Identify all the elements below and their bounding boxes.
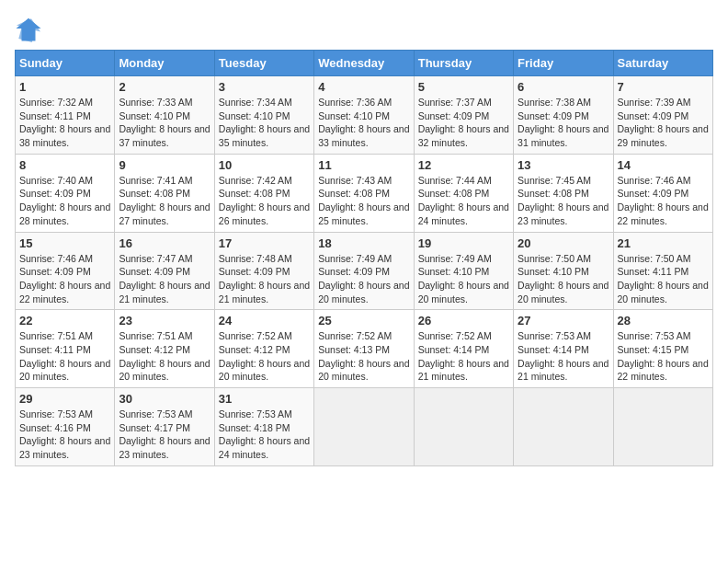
day-number: 10: [219, 158, 310, 172]
calendar-cell: [414, 388, 513, 466]
calendar-header-tuesday: Tuesday: [214, 51, 313, 76]
calendar-cell: 19 Sunrise: 7:49 AMSunset: 4:10 PMDaylig…: [414, 232, 513, 310]
calendar-body: 1 Sunrise: 7:32 AMSunset: 4:11 PMDayligh…: [16, 76, 713, 466]
calendar-cell: 11 Sunrise: 7:43 AMSunset: 4:08 PMDaylig…: [314, 154, 414, 232]
calendar-header-sunday: Sunday: [16, 51, 115, 76]
calendar-cell: 30 Sunrise: 7:53 AMSunset: 4:17 PMDaylig…: [115, 388, 214, 466]
day-info: Sunrise: 7:51 AMSunset: 4:11 PMDaylight:…: [19, 330, 110, 382]
day-number: 22: [19, 314, 110, 327]
day-info: Sunrise: 7:53 AMSunset: 4:14 PMDaylight:…: [518, 330, 609, 382]
calendar-cell: 23 Sunrise: 7:51 AMSunset: 4:12 PMDaylig…: [115, 310, 214, 388]
calendar-week-row: 22 Sunrise: 7:51 AMSunset: 4:11 PMDaylig…: [16, 310, 713, 388]
day-info: Sunrise: 7:41 AMSunset: 4:08 PMDaylight:…: [119, 175, 210, 226]
day-number: 11: [318, 158, 409, 172]
day-info: Sunrise: 7:42 AMSunset: 4:08 PMDaylight:…: [219, 175, 310, 226]
day-info: Sunrise: 7:37 AMSunset: 4:09 PMDaylight:…: [418, 97, 509, 148]
day-info: Sunrise: 7:36 AMSunset: 4:10 PMDaylight:…: [318, 97, 409, 148]
calendar-cell: 13 Sunrise: 7:45 AMSunset: 4:08 PMDaylig…: [514, 154, 613, 232]
day-info: Sunrise: 7:38 AMSunset: 4:09 PMDaylight:…: [518, 97, 609, 148]
day-info: Sunrise: 7:52 AMSunset: 4:14 PMDaylight:…: [418, 330, 509, 382]
day-number: 14: [618, 158, 709, 172]
calendar-table: SundayMondayTuesdayWednesdayThursdayFrid…: [15, 50, 713, 466]
calendar-header-wednesday: Wednesday: [314, 51, 414, 76]
calendar-week-row: 1 Sunrise: 7:32 AMSunset: 4:11 PMDayligh…: [16, 76, 713, 155]
day-info: Sunrise: 7:45 AMSunset: 4:08 PMDaylight:…: [518, 175, 609, 226]
calendar-header-friday: Friday: [514, 51, 613, 76]
day-info: Sunrise: 7:49 AMSunset: 4:10 PMDaylight:…: [418, 253, 509, 304]
calendar-cell: 15 Sunrise: 7:46 AMSunset: 4:09 PMDaylig…: [16, 232, 115, 310]
page-header: [15, 15, 713, 42]
day-number: 25: [318, 314, 409, 327]
day-number: 27: [518, 314, 609, 327]
calendar-cell: 21 Sunrise: 7:50 AMSunset: 4:11 PMDaylig…: [613, 232, 712, 310]
day-info: Sunrise: 7:46 AMSunset: 4:09 PMDaylight:…: [618, 175, 709, 226]
calendar-cell: 27 Sunrise: 7:53 AMSunset: 4:14 PMDaylig…: [514, 310, 613, 388]
day-number: 9: [119, 158, 210, 172]
day-number: 16: [119, 236, 210, 250]
logo: [15, 15, 46, 42]
calendar-cell: 12 Sunrise: 7:44 AMSunset: 4:08 PMDaylig…: [414, 154, 513, 232]
day-number: 3: [219, 80, 310, 94]
logo-icon: [15, 15, 42, 42]
day-number: 23: [119, 314, 210, 327]
calendar-cell: 17 Sunrise: 7:48 AMSunset: 4:09 PMDaylig…: [214, 232, 313, 310]
day-number: 20: [518, 236, 609, 250]
day-number: 1: [19, 80, 110, 94]
calendar-cell: 31 Sunrise: 7:53 AMSunset: 4:18 PMDaylig…: [214, 388, 313, 466]
day-info: Sunrise: 7:39 AMSunset: 4:09 PMDaylight:…: [618, 97, 709, 148]
day-info: Sunrise: 7:49 AMSunset: 4:09 PMDaylight:…: [318, 253, 409, 304]
calendar-cell: 26 Sunrise: 7:52 AMSunset: 4:14 PMDaylig…: [414, 310, 513, 388]
calendar-header-monday: Monday: [115, 51, 214, 76]
calendar-cell: 3 Sunrise: 7:34 AMSunset: 4:10 PMDayligh…: [214, 76, 313, 155]
calendar-cell: 10 Sunrise: 7:42 AMSunset: 4:08 PMDaylig…: [214, 154, 313, 232]
day-number: 28: [618, 314, 709, 327]
day-info: Sunrise: 7:52 AMSunset: 4:12 PMDaylight:…: [219, 330, 310, 382]
calendar-cell: 16 Sunrise: 7:47 AMSunset: 4:09 PMDaylig…: [115, 232, 214, 310]
day-number: 13: [518, 158, 609, 172]
day-info: Sunrise: 7:32 AMSunset: 4:11 PMDaylight:…: [19, 97, 110, 148]
day-number: 17: [219, 236, 310, 250]
calendar-cell: 20 Sunrise: 7:50 AMSunset: 4:10 PMDaylig…: [514, 232, 613, 310]
calendar-week-row: 29 Sunrise: 7:53 AMSunset: 4:16 PMDaylig…: [16, 388, 713, 466]
calendar-cell: 6 Sunrise: 7:38 AMSunset: 4:09 PMDayligh…: [514, 76, 613, 155]
day-info: Sunrise: 7:53 AMSunset: 4:17 PMDaylight:…: [119, 408, 210, 460]
day-number: 7: [618, 80, 709, 94]
day-number: 12: [418, 158, 509, 172]
calendar-cell: [314, 388, 414, 466]
day-number: 2: [119, 80, 210, 94]
day-info: Sunrise: 7:34 AMSunset: 4:10 PMDaylight:…: [219, 97, 310, 148]
day-info: Sunrise: 7:40 AMSunset: 4:09 PMDaylight:…: [19, 175, 110, 226]
calendar-cell: 28 Sunrise: 7:53 AMSunset: 4:15 PMDaylig…: [613, 310, 712, 388]
calendar-cell: 4 Sunrise: 7:36 AMSunset: 4:10 PMDayligh…: [314, 76, 414, 155]
day-number: 6: [518, 80, 609, 94]
day-number: 31: [219, 392, 310, 406]
calendar-cell: 24 Sunrise: 7:52 AMSunset: 4:12 PMDaylig…: [214, 310, 313, 388]
day-info: Sunrise: 7:50 AMSunset: 4:10 PMDaylight:…: [518, 253, 609, 304]
day-number: 24: [219, 314, 310, 327]
day-info: Sunrise: 7:44 AMSunset: 4:08 PMDaylight:…: [418, 175, 509, 226]
calendar-cell: 1 Sunrise: 7:32 AMSunset: 4:11 PMDayligh…: [16, 76, 115, 155]
day-info: Sunrise: 7:50 AMSunset: 4:11 PMDaylight:…: [618, 253, 709, 304]
day-info: Sunrise: 7:46 AMSunset: 4:09 PMDaylight:…: [19, 253, 110, 304]
day-number: 26: [418, 314, 509, 327]
day-info: Sunrise: 7:33 AMSunset: 4:10 PMDaylight:…: [119, 97, 210, 148]
calendar-cell: 8 Sunrise: 7:40 AMSunset: 4:09 PMDayligh…: [16, 154, 115, 232]
calendar-cell: 5 Sunrise: 7:37 AMSunset: 4:09 PMDayligh…: [414, 76, 513, 155]
day-number: 29: [19, 392, 110, 406]
calendar-week-row: 15 Sunrise: 7:46 AMSunset: 4:09 PMDaylig…: [16, 232, 713, 310]
day-info: Sunrise: 7:52 AMSunset: 4:13 PMDaylight:…: [318, 330, 409, 382]
calendar-cell: 2 Sunrise: 7:33 AMSunset: 4:10 PMDayligh…: [115, 76, 214, 155]
calendar-cell: 25 Sunrise: 7:52 AMSunset: 4:13 PMDaylig…: [314, 310, 414, 388]
day-number: 21: [618, 236, 709, 250]
calendar-header-row: SundayMondayTuesdayWednesdayThursdayFrid…: [16, 51, 713, 76]
day-number: 4: [318, 80, 409, 94]
calendar-week-row: 8 Sunrise: 7:40 AMSunset: 4:09 PMDayligh…: [16, 154, 713, 232]
day-number: 15: [19, 236, 110, 250]
day-number: 5: [418, 80, 509, 94]
day-number: 30: [119, 392, 210, 406]
day-info: Sunrise: 7:53 AMSunset: 4:15 PMDaylight:…: [618, 330, 709, 382]
day-info: Sunrise: 7:47 AMSunset: 4:09 PMDaylight:…: [119, 253, 210, 304]
day-info: Sunrise: 7:51 AMSunset: 4:12 PMDaylight:…: [119, 330, 210, 382]
calendar-cell: 18 Sunrise: 7:49 AMSunset: 4:09 PMDaylig…: [314, 232, 414, 310]
day-number: 18: [318, 236, 409, 250]
